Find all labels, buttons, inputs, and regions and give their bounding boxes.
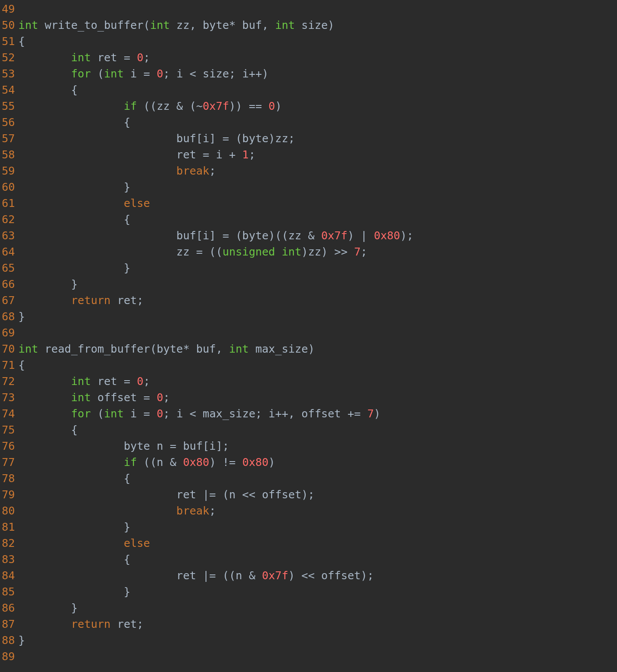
code-token: 0x7f — [203, 100, 229, 112]
line-number: 50 — [2, 17, 15, 33]
code-line[interactable]: { — [18, 33, 617, 49]
line-number: 61 — [2, 195, 15, 211]
code-token: { — [18, 424, 77, 436]
line-number: 58 — [2, 147, 15, 163]
code-token: ; i < max_size; i++, offset += — [163, 407, 367, 420]
line-number: 73 — [2, 389, 15, 406]
code-token: for — [71, 67, 91, 80]
line-number: 68 — [2, 308, 15, 325]
line-number: 81 — [2, 519, 15, 535]
code-token: unsigned — [223, 245, 275, 258]
code-line[interactable]: { — [18, 114, 617, 130]
code-line[interactable]: break; — [18, 163, 617, 179]
code-token: 7 — [367, 407, 374, 420]
code-line[interactable]: { — [18, 357, 617, 373]
code-token: read_from_buffer(byte* buf, — [38, 343, 229, 355]
code-line[interactable]: { — [18, 422, 617, 438]
code-token: { — [18, 213, 130, 226]
code-token — [18, 618, 71, 630]
code-token: ; — [249, 148, 255, 161]
line-number: 63 — [2, 228, 15, 244]
code-token: ; — [143, 375, 150, 388]
code-line[interactable]: { — [18, 470, 617, 486]
code-token — [18, 537, 124, 550]
code-line[interactable] — [18, 1, 617, 17]
line-number: 51 — [2, 33, 15, 49]
code-token: { — [18, 359, 25, 371]
code-token: break — [176, 504, 209, 517]
code-token: int — [71, 375, 91, 388]
code-line[interactable]: buf[i] = (byte)((zz & 0x7f) | 0x80); — [18, 228, 617, 244]
code-line[interactable]: { — [18, 211, 617, 228]
code-line[interactable]: int read_from_buffer(byte* buf, int max_… — [18, 341, 617, 357]
code-line[interactable]: } — [18, 179, 617, 195]
code-line[interactable]: if ((zz & (~0x7f)) == 0) — [18, 98, 617, 114]
code-line[interactable]: ret = i + 1; — [18, 147, 617, 163]
code-token: ; — [143, 51, 150, 64]
code-token — [18, 504, 176, 517]
code-line[interactable]: int offset = 0; — [18, 389, 617, 406]
code-token: for — [71, 407, 91, 420]
code-area[interactable]: int write_to_buffer(int zz, byte* buf, i… — [18, 1, 617, 670]
line-number: 52 — [2, 49, 15, 66]
line-number: 78 — [2, 470, 15, 486]
line-number: 77 — [2, 454, 15, 470]
code-line[interactable]: } — [18, 600, 617, 616]
code-token: ret; — [111, 618, 143, 630]
code-line[interactable]: buf[i] = (byte)zz; — [18, 130, 617, 147]
code-token: { — [18, 116, 130, 129]
code-line[interactable]: ret |= ((n & 0x7f) << offset); — [18, 567, 617, 584]
code-line[interactable]: break; — [18, 503, 617, 519]
code-line[interactable]: else — [18, 195, 617, 211]
code-line[interactable]: } — [18, 308, 617, 325]
code-token: ; i < size; i++) — [163, 67, 268, 80]
code-line[interactable]: ret |= (n << offset); — [18, 486, 617, 503]
code-line[interactable]: } — [18, 260, 617, 276]
code-token: 0x7f — [262, 569, 288, 582]
code-token: size) — [295, 19, 334, 32]
code-token: { — [18, 35, 25, 48]
code-token — [18, 67, 71, 80]
code-line[interactable]: return ret; — [18, 292, 617, 308]
code-line[interactable]: } — [18, 632, 617, 648]
code-token — [18, 375, 71, 388]
line-number: 62 — [2, 211, 15, 228]
code-token: int — [104, 407, 124, 420]
code-line[interactable]: int ret = 0; — [18, 373, 617, 389]
code-token: } — [18, 262, 130, 274]
code-token: return — [71, 294, 111, 307]
code-token: 0 — [157, 67, 163, 80]
code-line[interactable]: zz = ((unsigned int)zz) >> 7; — [18, 244, 617, 260]
code-line[interactable]: int write_to_buffer(int zz, byte* buf, i… — [18, 17, 617, 33]
code-line[interactable] — [18, 325, 617, 341]
code-token: ret; — [111, 294, 143, 307]
code-line[interactable]: else — [18, 535, 617, 551]
code-token: { — [18, 472, 130, 485]
code-token — [18, 456, 124, 469]
code-line[interactable]: } — [18, 519, 617, 535]
code-token: ret = i + — [18, 148, 242, 161]
code-line[interactable]: { — [18, 551, 617, 567]
line-number: 70 — [2, 341, 15, 357]
code-token: 7 — [354, 245, 361, 258]
code-token: ret |= (n << offset); — [18, 488, 314, 501]
code-token — [18, 164, 176, 177]
line-number: 53 — [2, 66, 15, 82]
code-line[interactable]: } — [18, 276, 617, 292]
code-editor[interactable]: 4950515253545556575859606162636465666768… — [0, 0, 617, 672]
code-line[interactable] — [18, 648, 617, 665]
code-line[interactable]: } — [18, 584, 617, 600]
code-line[interactable]: for (int i = 0; i < max_size; i++, offse… — [18, 406, 617, 422]
code-token: i = — [124, 407, 157, 420]
code-token: 0x80 — [242, 456, 268, 469]
code-line[interactable]: for (int i = 0; i < size; i++) — [18, 66, 617, 82]
code-line[interactable]: return ret; — [18, 616, 617, 632]
code-line[interactable]: if ((n & 0x80) != 0x80) — [18, 454, 617, 470]
code-line[interactable]: int ret = 0; — [18, 49, 617, 66]
code-token: ret = — [91, 375, 137, 388]
code-token: ( — [91, 407, 104, 420]
code-token: ) != — [209, 456, 242, 469]
code-line[interactable]: { — [18, 82, 617, 98]
code-token: { — [18, 84, 77, 96]
code-line[interactable]: byte n = buf[i]; — [18, 438, 617, 454]
